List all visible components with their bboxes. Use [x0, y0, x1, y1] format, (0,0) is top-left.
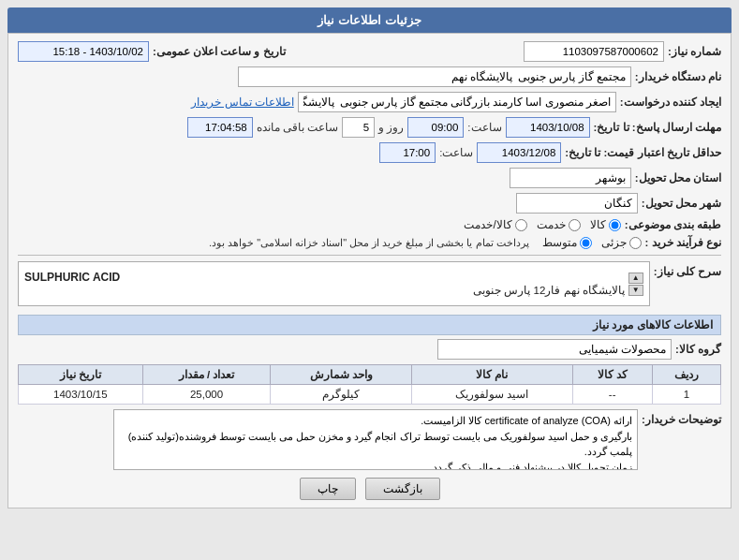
col-nam-kala: نام کالا [412, 365, 573, 385]
hadaksal-label: حداقل تاریخ اعتبار قیمت: تا تاریخ: [565, 146, 721, 159]
col-tedad: تعداد / مقدار [142, 365, 271, 385]
chap-button[interactable]: چاپ [300, 478, 356, 500]
ijad-karandeh-label: ایجاد کننده درخواست: [620, 96, 721, 109]
serh-content: SULPHURIC ACID پالایشگاه نهم فار12 پارس … [24, 271, 625, 297]
noe-far-option-jozi[interactable]: جزئی [601, 236, 642, 249]
ettelaat-tamas-link[interactable]: اطلاعات تماس خریدار [191, 96, 293, 109]
hadaksal-saat-input[interactable] [379, 142, 436, 163]
tarikh-input[interactable] [18, 41, 149, 62]
tabaqeh-label: طبقه بندی موضوعی: [625, 218, 721, 231]
mohlat-saat-input[interactable] [407, 117, 464, 138]
noe-far-option-motovaset[interactable]: متوسط [542, 236, 592, 249]
ostan-input[interactable] [510, 168, 631, 188]
mohlat-ruz-input[interactable] [342, 117, 375, 138]
divider-1 [18, 255, 721, 256]
bazgasht-button[interactable]: بازگشت [365, 478, 440, 500]
mohlat-ruz-label: روز و [378, 121, 404, 134]
serh-box: ▲ ▼ SULPHURIC ACID پالایشگاه نهم فار12 پ… [18, 261, 650, 306]
button-row: بازگشت چاپ [18, 478, 721, 500]
ijad-karandeh-input[interactable] [298, 92, 616, 112]
nam-dastgah-input[interactable] [238, 66, 631, 87]
shahr-label: شهر محل تحویل: [642, 197, 721, 210]
ostan-label: استان محل تحویل: [635, 171, 721, 184]
serh-label: سرح کلی نیاز: [654, 261, 721, 278]
serh-line2: پالایشگاه نهم فار12 پارس جنوبی [24, 284, 625, 297]
col-vahed: واحد شمارش [271, 365, 412, 385]
serh-up-arrow[interactable]: ▲ [628, 273, 643, 284]
ettelaat-kala-header: اطلاعات کالاهای مورد نیاز [18, 315, 721, 335]
mohlat-date-input[interactable] [506, 117, 590, 138]
desc-label: توضیحات خریدار: [642, 409, 721, 426]
col-tarikh: تاریخ نیاز [19, 365, 143, 385]
shomare-niaz-input[interactable] [524, 41, 664, 62]
mohlat-label: مهلت ارسال پاسخ: تا تاریخ: [594, 121, 721, 134]
col-kod-kala: کد کالا [572, 365, 652, 385]
shomare-niaz-label: شماره نیاز: [668, 45, 721, 58]
groupe-kala-input[interactable] [437, 339, 672, 360]
tabaqeh-option-kala-khedmat[interactable]: کالا/خدمت [464, 218, 526, 231]
shahr-input[interactable] [516, 193, 638, 214]
table-row: 1--اسید سولفوریککیلوگرم25,0001403/10/15 [19, 385, 721, 405]
hadaksal-date-input[interactable] [477, 142, 561, 163]
col-radif: ردیف [652, 365, 720, 385]
page-header: جزئیات اطلاعات نیاز [7, 7, 732, 33]
tabaqeh-option-khedmat[interactable]: خدمت [537, 218, 581, 231]
nam-dastgah-label: نام دستگاه خریدار: [635, 70, 721, 83]
hadaksal-saat-label: ساعت: [439, 146, 473, 159]
serh-down-arrow[interactable]: ▼ [628, 285, 643, 296]
serh-line1: SULPHURIC ACID [24, 271, 625, 284]
noe-far-note: پرداخت تمام یا بخشی از مبلغ خرید از محل … [209, 237, 529, 249]
serh-arrows[interactable]: ▲ ▼ [628, 273, 643, 296]
mohlat-baqi-label: ساعت باقی مانده [257, 121, 338, 134]
mohlat-baqi-input[interactable] [187, 117, 253, 138]
mohlat-saat-label: ساعت: [467, 121, 501, 134]
kala-table: ردیف کد کالا نام کالا واحد شمارش تعداد /… [18, 364, 721, 405]
desc-textarea[interactable] [113, 409, 638, 470]
tarikh-label: تاریخ و ساعت اعلان عمومی: [153, 45, 286, 58]
noe-far-radio-group: جزئی متوسط [542, 236, 642, 249]
groupe-kala-label: گروه کالا: [675, 343, 721, 356]
noe-far-label: نوع فرآیند خرید : [645, 236, 721, 249]
tabaqeh-radio-group: کالا خدمت کالا/خدمت [464, 218, 620, 231]
tabaqeh-option-kala[interactable]: کالا [590, 218, 621, 231]
